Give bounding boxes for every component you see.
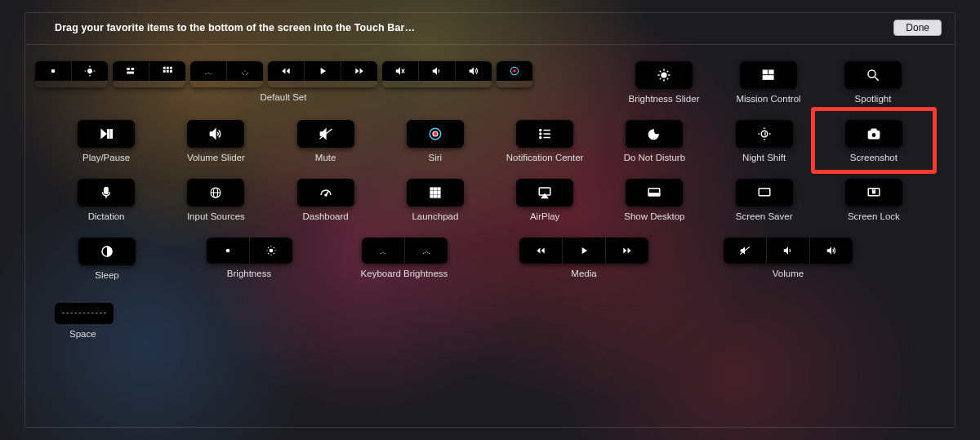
svg-rect-50 (108, 130, 109, 139)
svg-marker-31 (432, 67, 436, 74)
svg-point-107 (384, 253, 385, 254)
svg-marker-121 (827, 247, 831, 254)
svg-line-48 (875, 77, 879, 81)
svg-marker-114 (541, 248, 545, 254)
svg-rect-83 (438, 192, 440, 194)
svg-rect-78 (430, 188, 433, 190)
svg-rect-44 (763, 70, 767, 74)
svg-line-41 (667, 78, 669, 80)
svg-point-57 (540, 129, 541, 131)
done-button[interactable]: Done (893, 20, 942, 36)
row-2: Play/Pause Volume Slider Mute Siri Notif… (55, 120, 925, 162)
svg-point-59 (540, 136, 541, 138)
item-play-pause[interactable]: Play/Pause (55, 120, 158, 162)
svg-point-35 (662, 73, 666, 78)
svg-marker-24 (286, 69, 289, 74)
svg-point-56 (433, 131, 438, 136)
svg-rect-85 (434, 195, 436, 198)
svg-point-18 (241, 73, 242, 73)
svg-rect-6 (127, 68, 130, 70)
brightness-up-icon (250, 238, 292, 264)
svg-point-106 (382, 252, 383, 253)
media-forward-icon (606, 238, 648, 264)
screen-lock-icon (845, 179, 902, 207)
svg-marker-27 (359, 69, 363, 74)
svg-marker-32 (469, 67, 473, 74)
svg-rect-68 (868, 131, 880, 139)
svg-point-105 (381, 253, 381, 254)
row-1: Default Set Brightness Slider Mission Co… (55, 61, 925, 104)
svg-line-101 (267, 247, 268, 248)
input-sources-icon (187, 179, 244, 207)
touchbar-customize-panel: Drag your favorite items to the bottom o… (24, 12, 956, 428)
svg-point-109 (425, 251, 426, 252)
item-night-shift[interactable]: Night Shift (713, 120, 816, 162)
media-rewind-icon (519, 238, 563, 264)
svg-rect-11 (169, 67, 172, 69)
svg-point-112 (427, 252, 428, 253)
item-brightness-slider[interactable]: Brightness Slider (612, 61, 716, 104)
svg-marker-28 (395, 67, 399, 74)
row-5: Space (55, 296, 925, 339)
item-notification-center[interactable]: Notification Center (493, 120, 596, 162)
brightness-down-icon (207, 238, 250, 264)
default-set-group[interactable]: Default Set (55, 61, 512, 102)
svg-marker-120 (784, 247, 788, 254)
item-show-desktop[interactable]: Show Desktop (603, 179, 706, 221)
item-sleep[interactable]: Sleep (55, 238, 159, 280)
svg-rect-69 (871, 129, 876, 131)
item-screen-saver[interactable]: Screen Saver (713, 179, 816, 221)
item-brightness-group[interactable]: Brightness (184, 238, 314, 278)
svg-point-22 (246, 74, 247, 75)
item-airplay[interactable]: AirPlay (493, 179, 596, 221)
item-mute[interactable]: Mute (274, 120, 377, 162)
item-do-not-disturb[interactable]: Do Not Disturb (603, 120, 706, 162)
item-volume-group[interactable]: Volume (698, 238, 878, 278)
svg-rect-82 (434, 192, 436, 194)
svg-point-70 (871, 133, 876, 138)
item-keyboard-brightness-group[interactable]: Keyboard Brightness (339, 238, 470, 278)
svg-line-102 (273, 253, 274, 254)
instruction-text: Drag your favorite items to the bottom o… (55, 22, 415, 33)
volume-down-icon (767, 238, 810, 264)
item-launchpad[interactable]: Launchpad (384, 179, 487, 221)
svg-point-58 (540, 133, 541, 135)
item-screenshot[interactable]: Screenshot (822, 120, 925, 162)
svg-marker-23 (282, 69, 285, 74)
item-dictation[interactable]: Dictation (55, 179, 158, 221)
item-media-group[interactable]: Media (494, 238, 674, 278)
dashboard-icon (297, 179, 354, 207)
svg-marker-116 (623, 248, 626, 254)
svg-point-15 (205, 73, 206, 74)
svg-rect-46 (763, 76, 773, 80)
space-icon (55, 303, 114, 324)
item-space[interactable]: Space (55, 296, 136, 339)
svg-rect-93 (872, 191, 875, 193)
svg-rect-10 (166, 67, 168, 69)
svg-point-77 (325, 194, 327, 196)
row-3: Dictation Input Sources Dashboard Launch… (55, 179, 925, 221)
svg-rect-13 (166, 70, 168, 73)
svg-rect-7 (131, 68, 134, 70)
item-screen-lock[interactable]: Screen Lock (822, 179, 925, 221)
item-input-sources[interactable]: Input Sources (164, 179, 267, 221)
item-siri[interactable]: Siri (384, 120, 487, 162)
item-dashboard[interactable]: Dashboard (274, 179, 377, 221)
svg-point-95 (225, 249, 229, 253)
airplay-icon (516, 179, 573, 207)
svg-marker-113 (537, 248, 540, 254)
svg-rect-14 (169, 70, 172, 73)
svg-line-40 (660, 71, 662, 73)
item-mission-control[interactable]: Mission Control (716, 61, 821, 104)
svg-marker-49 (101, 130, 106, 139)
media-play-icon (563, 238, 606, 264)
svg-point-1 (87, 69, 92, 73)
item-spotlight[interactable]: Spotlight (821, 61, 925, 104)
show-desktop-icon (626, 179, 683, 207)
item-volume-slider[interactable]: Volume Slider (164, 120, 267, 162)
svg-line-43 (667, 71, 669, 73)
svg-marker-26 (355, 69, 359, 74)
svg-rect-90 (649, 193, 661, 196)
svg-point-16 (207, 73, 208, 73)
spotlight-icon (844, 61, 902, 89)
